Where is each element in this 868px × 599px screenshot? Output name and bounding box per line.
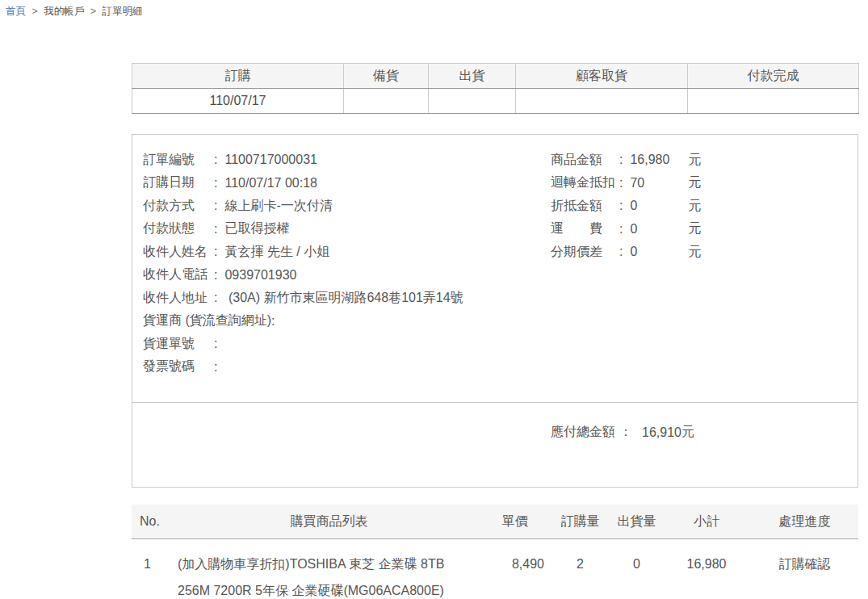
product-no: 1 — [132, 556, 178, 572]
carrier-label: 貨運商 (貨流查詢網址) — [143, 312, 271, 329]
recipient-name-row: 收件人姓名:黃玄揮 先生 / 小姐 — [143, 241, 551, 264]
installment-diff-label: 分期價差 — [551, 244, 619, 261]
payment-status-label: 付款狀態 — [143, 220, 214, 237]
colon: : — [214, 337, 217, 351]
order-info-left-column: 訂單編號:1100717000031 訂購日期:110/07/17 00:18 … — [143, 149, 551, 402]
status-header-paid: 付款完成 — [688, 64, 859, 89]
status-header-preparing: 備貨 — [344, 64, 429, 89]
header-subtotal: 小計 — [662, 513, 751, 530]
colon: : — [619, 176, 623, 191]
colon: : — [619, 153, 623, 167]
product-table-header: No. 購買商品列表 單價 訂購量 出貨量 小計 處理進度 — [132, 505, 858, 539]
goods-amount-row: 商品金額:16,980元 — [551, 149, 858, 172]
product-name-line2: 256M 7200R 5年保 企業硬碟(MG06ACA800E) — [178, 577, 480, 599]
breadcrumb: 首頁 > 我的帳戶 > 訂單明細 — [6, 5, 143, 19]
status-preparing-date — [344, 89, 429, 114]
currency-unit: 元 — [688, 220, 701, 237]
product-subtotal: 16,980 — [662, 556, 751, 572]
shipping-fee-row: 運 費:0元 — [551, 218, 858, 241]
order-number-value: 1100717000031 — [224, 153, 317, 167]
order-number-label: 訂單編號 — [143, 152, 214, 169]
recipient-phone-label: 收件人電話 — [143, 266, 214, 283]
tracking-number-label: 貨運單號 — [143, 336, 214, 353]
breadcrumb-separator: > — [31, 6, 37, 17]
order-amounts-column: 商品金額:16,980元 迴轉金抵扣:70元 折抵金額:0元 運 費:0元 分期… — [551, 149, 858, 402]
recipient-name-label: 收件人姓名 — [143, 244, 214, 261]
product-name: (加入購物車享折扣)TOSHIBA 東芝 企業碟 8TB 256M 7200R … — [178, 551, 480, 599]
product-row: 1 (加入購物車享折扣)TOSHIBA 東芝 企業碟 8TB 256M 7200… — [132, 539, 858, 599]
currency-unit: 元 — [688, 152, 701, 169]
carrier-row: 貨運商 (貨流查詢網址): — [143, 310, 551, 333]
shipping-fee-value: 0 — [630, 222, 688, 237]
currency-unit: 元 — [688, 198, 701, 215]
shipping-fee-label: 運 費 — [551, 220, 619, 237]
installment-diff-value: 0 — [630, 245, 688, 259]
status-header-shipped: 出貨 — [429, 64, 516, 89]
discount-amount-value: 0 — [630, 199, 688, 213]
currency-unit: 元 — [688, 244, 701, 261]
colon: : — [619, 222, 623, 237]
order-info-box: 訂單編號:1100717000031 訂購日期:110/07/17 00:18 … — [132, 134, 858, 488]
invoice-number-label: 發票號碼 — [143, 358, 214, 375]
payment-method-row: 付款方式:線上刷卡-一次付清 — [143, 195, 551, 218]
status-ordered-date: 110/07/17 — [132, 89, 344, 114]
recipient-phone-row: 收件人電話:0939701930 — [143, 264, 551, 287]
status-value-row: 110/07/17 — [132, 89, 859, 114]
breadcrumb-home-link[interactable]: 首頁 — [6, 6, 26, 17]
order-detail-page: 首頁 > 我的帳戶 > 訂單明細 訂購 備貨 出貨 顧客取貨 付款完成 110/… — [0, 0, 868, 599]
order-number-row: 訂單編號:1100717000031 — [143, 149, 551, 172]
payment-status-row: 付款狀態:已取得授權 — [143, 218, 551, 241]
header-product-list: 購買商品列表 — [178, 513, 480, 530]
recipient-address-value: (30A) 新竹市東區明湖路648巷101弄14號 — [224, 290, 463, 307]
installment-diff-row: 分期價差:0元 — [551, 241, 858, 264]
header-processing-status: 處理進度 — [751, 513, 858, 530]
colon: : — [271, 314, 275, 329]
rebate-deduction-label: 迴轉金抵扣 — [551, 174, 619, 191]
status-header-pickup: 顧客取貨 — [516, 64, 688, 89]
colon: : — [214, 291, 217, 305]
invoice-number-row: 發票號碼: — [143, 356, 551, 379]
payment-method-value: 線上刷卡-一次付清 — [224, 198, 332, 215]
discount-amount-row: 折抵金額:0元 — [551, 195, 858, 218]
product-order-qty: 2 — [549, 556, 611, 572]
discount-amount-label: 折抵金額 — [551, 198, 619, 215]
product-name-line1: (加入購物車享折扣)TOSHIBA 東芝 企業碟 8TB — [178, 551, 480, 577]
recipient-name-value: 黃玄揮 先生 / 小姐 — [224, 244, 329, 261]
header-ship-qty: 出貨量 — [611, 513, 662, 530]
order-info-main: 訂單編號:1100717000031 訂購日期:110/07/17 00:18 … — [132, 135, 858, 402]
colon: : — [214, 176, 217, 191]
colon: : — [214, 268, 217, 283]
payment-method-label: 付款方式 — [143, 198, 214, 215]
status-header-row: 訂購 備貨 出貨 顧客取貨 付款完成 — [132, 64, 859, 89]
colon: : — [619, 199, 623, 213]
order-total-section: 應付總金額：16,910元 — [132, 402, 858, 487]
currency-unit: 元 — [688, 174, 701, 191]
colon: : — [214, 245, 217, 259]
total-due-label: 應付總金額 — [551, 424, 619, 441]
colon: : — [214, 222, 217, 237]
breadcrumb-item-order-detail: 訂單明細 — [103, 6, 143, 17]
order-status-table: 訂購 備貨 出貨 顧客取貨 付款完成 110/07/17 — [132, 63, 859, 114]
recipient-address-row: 收件人地址: (30A) 新竹市東區明湖路648巷101弄14號 — [143, 287, 551, 310]
breadcrumb-separator: > — [90, 6, 96, 17]
header-no: No. — [132, 514, 178, 529]
colon: : — [619, 245, 623, 259]
header-unit-price: 單價 — [480, 513, 549, 530]
status-pickup-date — [516, 89, 688, 114]
payment-status-value: 已取得授權 — [224, 220, 289, 237]
order-date-row: 訂購日期:110/07/17 00:18 — [143, 172, 551, 195]
colon: : — [214, 153, 217, 167]
order-date-value: 110/07/17 00:18 — [224, 176, 317, 191]
status-header-ordered: 訂購 — [132, 64, 344, 89]
colon: : — [214, 199, 217, 213]
product-processing-status: 訂購確認 — [751, 556, 858, 572]
rebate-deduction-row: 迴轉金抵扣:70元 — [551, 172, 858, 195]
product-table: No. 購買商品列表 單價 訂購量 出貨量 小計 處理進度 1 (加入購物車享折… — [132, 505, 858, 599]
recipient-phone-value: 0939701930 — [224, 268, 296, 283]
goods-amount-label: 商品金額 — [551, 152, 619, 169]
breadcrumb-item-my-account[interactable]: 我的帳戶 — [44, 6, 84, 17]
recipient-address-label: 收件人地址 — [143, 290, 214, 307]
tracking-number-row: 貨運單號: — [143, 333, 551, 356]
rebate-deduction-value: 70 — [630, 176, 688, 191]
product-unit-price: 8,490 — [480, 556, 549, 572]
